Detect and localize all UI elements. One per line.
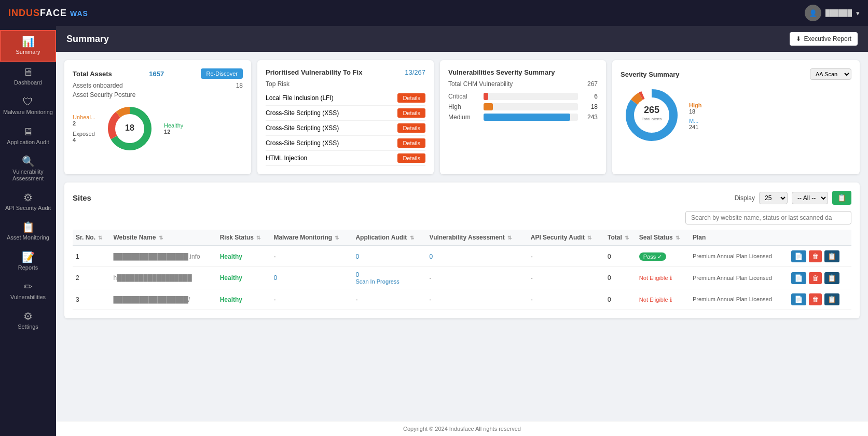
row1-malware: - xyxy=(270,246,352,267)
page-content: Total Assets 1657 Re-Discover Assets onb… xyxy=(56,52,868,421)
row1-plan: Premium Annual Plan Licensed xyxy=(690,246,788,267)
footer-text: Copyright © 2024 Indusface All rights re… xyxy=(403,426,521,432)
sidebar-item-api-security-audit[interactable]: ⚙ API Security Audit xyxy=(0,187,56,217)
row3-vuln: - xyxy=(426,289,528,310)
download-icon: ⬇ xyxy=(796,35,801,43)
search-row xyxy=(73,211,851,224)
chart-legend: High 18 M... 241 xyxy=(689,102,701,130)
page-title: Summary xyxy=(66,34,109,45)
sidebar-label-asset: Asset Monitoring xyxy=(7,234,49,241)
details-btn-1[interactable]: Details xyxy=(397,93,425,103)
donut-label-unhealthy: Unheal... 2 xyxy=(73,114,95,126)
severity-summary-title: Vulnerabilities Severity Summary xyxy=(448,68,598,76)
legend-medium-label: M... xyxy=(689,118,698,124)
asset-icon: 📋 xyxy=(22,222,35,232)
row3-app-audit: - xyxy=(352,289,426,310)
logo-text: INDUSFACE WAS xyxy=(8,8,88,19)
sidebar-item-asset-monitoring[interactable]: 📋 Asset Monitoring xyxy=(0,217,56,246)
sidebar-label-summary: Summary xyxy=(16,49,40,55)
avatar: 👤 xyxy=(805,5,821,21)
row3-config-btn[interactable]: 📋 xyxy=(824,293,839,305)
vuln-row-1: Local File Inclusion (LFI) Details xyxy=(266,91,425,106)
row3-view-btn[interactable]: 📄 xyxy=(791,293,806,305)
details-btn-3[interactable]: Details xyxy=(397,123,425,133)
row1-config-btn[interactable]: 📋 xyxy=(824,250,839,262)
legend-high: High 18 xyxy=(689,102,701,115)
risk-name-3: Cross-Site Scripting (XSS) xyxy=(266,124,339,132)
assets-count: 1657 xyxy=(149,70,164,78)
chart-content: 265 Total alerts High 18 M... 241 xyxy=(621,84,851,148)
sidebar-item-summary[interactable]: 📊 Summary xyxy=(0,30,56,62)
row1-website: █████████████████.info xyxy=(111,246,217,267)
chart-donut-wrapper: 265 Total alerts xyxy=(621,84,683,148)
row1-app-audit: 0 xyxy=(352,246,426,267)
sidebar-item-reports[interactable]: 📝 Reports xyxy=(0,247,56,276)
row1-delete-btn[interactable]: 🗑 xyxy=(809,250,822,262)
col-risk: Risk Status ⇅ xyxy=(217,230,271,246)
donut-label-exposed: Exposed 4 xyxy=(73,131,95,143)
sidebar-item-malware-monitoring[interactable]: 🛡 Malware Monitoring xyxy=(0,91,56,121)
sidebar-item-vulnerability-assessment[interactable]: 🔍 Vulnerability Assessment xyxy=(0,151,56,187)
details-btn-2[interactable]: Details xyxy=(397,108,425,118)
row2-view-btn[interactable]: 📄 xyxy=(791,272,806,284)
vuln-title: Prioritised Vulnerability To Fix xyxy=(266,68,362,76)
row2-delete-btn[interactable]: 🗑 xyxy=(809,272,822,284)
top-risk-label: Top Risk xyxy=(266,80,425,88)
row3-website: █████████████████/ xyxy=(111,289,217,310)
row3-sr: 3 xyxy=(73,289,111,310)
row1-sr: 1 xyxy=(73,246,111,267)
row3-risk: Healthy xyxy=(217,289,271,310)
donut-chart: 18 xyxy=(104,103,156,154)
row1-seal: Pass ✓ xyxy=(636,246,690,267)
row3-delete-btn[interactable]: 🗑 xyxy=(809,293,822,305)
sidebar-label-vulns: Vulnerabilities xyxy=(10,294,46,301)
svg-text:18: 18 xyxy=(125,123,134,132)
chart-scan-select[interactable]: AA Scan All Scans xyxy=(810,68,851,80)
row1-risk: Healthy xyxy=(217,246,271,267)
col-api: API Security Audit ⇅ xyxy=(528,230,604,246)
search-input[interactable] xyxy=(685,211,851,224)
svg-text:Total alerts: Total alerts xyxy=(642,117,662,121)
sidebar-item-application-audit[interactable]: 🖥 Application Audit xyxy=(0,121,56,151)
table-row: 1 █████████████████.info Healthy - 0 0 -… xyxy=(73,246,851,267)
export-button[interactable]: 📋 xyxy=(832,191,851,205)
sidebar-item-vulnerabilities[interactable]: ✏ Vulnerabilities xyxy=(0,276,56,306)
total-chm-value: 267 xyxy=(587,80,598,88)
sidebar-label-malware: Malware Monitoring xyxy=(3,109,53,116)
sidebar-item-dashboard[interactable]: 🖥 Dashboard xyxy=(0,62,56,91)
dropdown-arrow[interactable]: ▾ xyxy=(856,9,860,17)
row2-config-btn[interactable]: 📋 xyxy=(824,272,839,284)
details-btn-4[interactable]: Details xyxy=(397,138,425,148)
sidebar: 📊 Summary 🖥 Dashboard 🛡 Malware Monitori… xyxy=(0,26,56,436)
username: ██████ xyxy=(825,9,852,17)
user-menu[interactable]: 👤 ██████ ▾ xyxy=(805,5,860,21)
risk-name-4: Cross-Site Scripting (XSS) xyxy=(266,139,339,147)
severity-row-medium: Medium 243 xyxy=(448,114,598,121)
vuln-row-3: Cross-Site Scripting (XSS) Details xyxy=(266,121,425,136)
sites-title: Sites xyxy=(73,193,91,202)
total-chm-label: Total CHM Vulnerability xyxy=(448,80,513,88)
critical-bar-container xyxy=(484,93,578,100)
high-label: High xyxy=(448,103,479,110)
row2-seal: Not Eligible ℹ xyxy=(636,267,690,289)
logo: INDUSFACE WAS xyxy=(8,8,88,19)
settings-icon: ⚙ xyxy=(23,311,33,321)
vuln-icon: 🔍 xyxy=(22,156,35,166)
severity-row-high: High 18 xyxy=(448,103,598,110)
display-count-select[interactable]: 25 50 100 xyxy=(759,192,788,204)
row1-view-btn[interactable]: 📄 xyxy=(791,250,806,262)
critical-label: Critical xyxy=(448,93,479,100)
filter-select[interactable]: -- All -- xyxy=(792,192,828,204)
row2-total: 0 xyxy=(604,267,636,289)
assets-onboarded-label: Assets onboarded xyxy=(73,82,123,89)
details-btn-5[interactable]: Details xyxy=(397,153,425,163)
col-app-audit: Application Audit ⇅ xyxy=(352,230,426,246)
posture-label: Asset Security Posture xyxy=(73,91,243,99)
severity-donut: 265 Total alerts xyxy=(621,84,683,146)
assets-card: Total Assets 1657 Re-Discover Assets onb… xyxy=(64,60,251,174)
main-layout: 📊 Summary 🖥 Dashboard 🛡 Malware Monitori… xyxy=(0,26,868,436)
medium-label: Medium xyxy=(448,114,479,121)
rediscover-button[interactable]: Re-Discover xyxy=(201,68,243,79)
sidebar-item-settings[interactable]: ⚙ Settings xyxy=(0,306,56,335)
exec-report-button[interactable]: ⬇ Executive Report xyxy=(790,32,858,46)
